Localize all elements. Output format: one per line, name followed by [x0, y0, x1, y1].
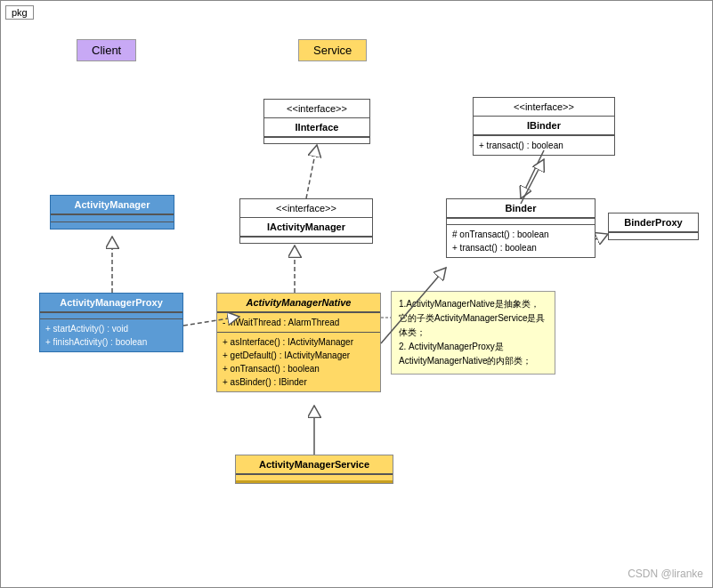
ActivityManagerService-name: ActivityManagerService — [236, 455, 393, 474]
ActivityManager-class: ActivityManager — [50, 195, 174, 230]
ActivityManagerNative-methods: + asInterface() : IActivityManager + get… — [217, 332, 380, 391]
ActivityManagerProxy-class: ActivityManagerProxy + startActivity() :… — [39, 293, 183, 352]
service-package-label: Service — [298, 39, 367, 61]
IInterface-class: <<interface>> IInterface — [263, 99, 370, 144]
IActivityManager-class: <<interface>> IActivityManager — [239, 198, 373, 244]
ActivityManagerNative-fields: - mWaitThread : AlarmThread — [217, 312, 380, 332]
Binder-fields — [447, 218, 595, 224]
client-package-label: Client — [77, 39, 136, 61]
IActivityManager-methods — [240, 237, 372, 243]
IInterface-stereotype: <<interface>> — [264, 100, 369, 118]
svg-line-11 — [521, 159, 544, 204]
note-text: 1.ActivityManagerNative是抽象类，它的子类Activity… — [399, 299, 545, 366]
note-box: 1.ActivityManagerNative是抽象类，它的子类Activity… — [391, 291, 555, 375]
IBinder-methods: + transact() : boolean — [474, 135, 614, 155]
ActivityManagerProxy-fields — [40, 312, 182, 318]
ActivityManagerService-underline — [236, 474, 393, 483]
watermark: CSDN @liranke — [628, 568, 703, 580]
ActivityManagerService-class: ActivityManagerService — [235, 455, 393, 484]
ActivityManagerNative-class: ActivityManagerNative - mWaitThread : Al… — [216, 293, 381, 392]
BinderProxy-body — [609, 232, 698, 239]
Binder-name: Binder — [447, 199, 595, 218]
ActivityManager-methods2 — [51, 222, 174, 229]
IBinder-class: <<interface>> IBinder + transact() : boo… — [473, 97, 615, 156]
Binder-methods: # onTransact() : boolean+ transact() : b… — [447, 224, 595, 257]
svg-line-3 — [306, 145, 317, 198]
ActivityManager-body — [51, 214, 174, 222]
svg-line-10 — [596, 234, 608, 239]
BinderProxy-class: BinderProxy — [608, 213, 699, 240]
svg-line-4 — [521, 150, 544, 198]
IInterface-name: IInterface — [264, 118, 369, 137]
ActivityManagerProxy-methods: + startActivity() : void+ finishActivity… — [40, 318, 182, 351]
BinderProxy-name: BinderProxy — [609, 213, 698, 232]
IActivityManager-name: IActivityManager — [240, 218, 372, 237]
ActivityManagerNative-name: ActivityManagerNative — [217, 294, 380, 312]
IInterface-methods — [264, 137, 369, 143]
pkg-label: pkg — [5, 5, 34, 20]
IBinder-name: IBinder — [474, 117, 614, 135]
IBinder-stereotype: <<interface>> — [474, 98, 614, 117]
Binder-class: Binder # onTransact() : boolean+ transac… — [446, 198, 596, 258]
diagram-container: pkg Client Service <<interface>> IInterf… — [0, 0, 713, 588]
ActivityManager-name: ActivityManager — [51, 196, 174, 214]
IActivityManager-stereotype: <<interface>> — [240, 199, 372, 218]
ActivityManagerProxy-name: ActivityManagerProxy — [40, 294, 182, 312]
